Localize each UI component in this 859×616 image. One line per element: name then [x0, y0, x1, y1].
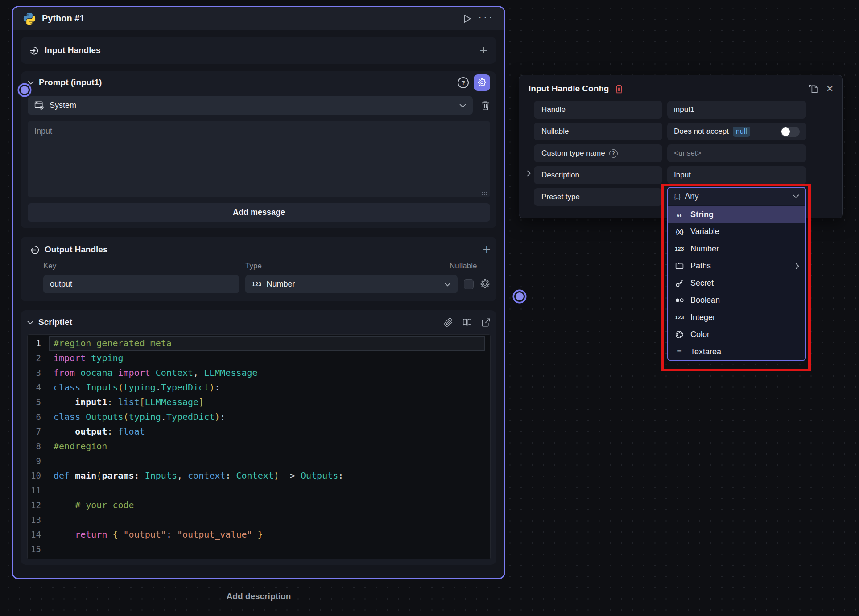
code-line-10[interactable]: 10def main(params: Inputs, context: Cont… [28, 468, 490, 483]
chevron-right-icon [795, 263, 799, 269]
add-message-button[interactable]: Add message [28, 203, 490, 222]
window-gear-icon [34, 101, 45, 110]
chevron-down-icon [28, 78, 34, 86]
dropdown-option-label: Variable [690, 227, 719, 236]
help-icon[interactable]: ? [458, 77, 469, 88]
add-output-handle-button[interactable]: + [483, 245, 491, 254]
code-line-2[interactable]: 2import typing [28, 351, 490, 365]
dropdown-option-label: Color [690, 330, 710, 339]
code-line-1[interactable]: 1#region generated meta [28, 336, 490, 351]
dropdown-option-color[interactable]: Color [668, 326, 805, 344]
number-icon: 123 [674, 246, 685, 251]
dropdown-option-label: Secret [690, 279, 714, 288]
code-line-5[interactable]: 5 input1: list[LLMMessage] [28, 395, 490, 410]
message-role-select[interactable]: System [28, 96, 473, 115]
message-role-value: System [50, 101, 76, 110]
dropdown-option-textarea[interactable]: ≡Textarea [668, 343, 805, 361]
output-key-input[interactable] [43, 275, 239, 293]
line-number: 10 [28, 468, 49, 483]
nullable-label-cell: Nullable [534, 123, 662, 140]
nullable-checkbox[interactable] [464, 279, 474, 289]
code-line-12[interactable]: 12 # your code [28, 498, 490, 513]
input-connection-handle[interactable] [19, 85, 30, 95]
code-line-15[interactable]: 15 [28, 542, 490, 557]
code-line-7[interactable]: 7 output: float [28, 424, 490, 439]
more-options-button[interactable]: ··· [478, 15, 494, 23]
code-line-3[interactable]: 3from oocana import Context, LLMMessage [28, 365, 490, 380]
dropdown-option-label: Integer [690, 313, 715, 322]
line-number: 4 [28, 380, 49, 395]
number-icon: 123 [674, 315, 685, 320]
run-button[interactable] [461, 13, 472, 25]
dropdown-option-variable[interactable]: {x}Variable [668, 223, 805, 241]
attach-file-icon[interactable] [444, 318, 453, 327]
code-line-4[interactable]: 4class Inputs(typing.TypedDict): [28, 380, 490, 395]
nullable-value-field: Does not accept null [667, 123, 806, 140]
description-value-field[interactable]: Input [667, 166, 806, 184]
output-handles-header[interactable]: Output Handles + [29, 239, 491, 260]
input-handles-icon [29, 45, 40, 56]
description-label-cell: Description [534, 166, 662, 184]
custom-type-value-field[interactable]: <unset> [667, 144, 806, 162]
custom-type-label-cell: Custom type name ? [534, 144, 662, 162]
output-handles-section: Output Handles + Key Type Nullable 123 N… [21, 237, 496, 301]
input-handles-section[interactable]: Input Handles + [21, 37, 496, 64]
add-description-button[interactable]: Add description [227, 591, 291, 601]
output-handles-title: Output Handles [45, 245, 107, 255]
chevron-down-icon [459, 103, 466, 108]
dropdown-option-boolean[interactable]: Boolean [668, 292, 805, 309]
line-number: 14 [28, 527, 49, 542]
dropdown-option-number[interactable]: 123Number [668, 240, 805, 258]
chevron-down-icon [27, 318, 33, 326]
palette-icon [674, 330, 685, 339]
code-lines: 1#region generated meta2import typing3fr… [28, 336, 490, 557]
preset-type-dropdown: {..} Any “String{x}Variable123NumberPath… [667, 187, 806, 361]
handle-value-field[interactable]: input1 [667, 101, 806, 119]
number-type-icon: 123 [252, 281, 262, 287]
nullable-toggle[interactable] [781, 127, 800, 137]
prompt-settings-button[interactable] [474, 74, 490, 91]
output-type-select[interactable]: 123 Number [245, 275, 458, 293]
dropdown-option-paths[interactable]: Paths [668, 258, 805, 275]
node-header[interactable]: Python #1 ··· [13, 7, 504, 30]
delete-handle-button[interactable] [615, 84, 624, 94]
close-icon[interactable]: ✕ [826, 83, 834, 94]
dropdown-option-integer[interactable]: 123Integer [668, 309, 805, 326]
nullable-text: Does not accept [674, 127, 729, 136]
code-line-14[interactable]: 14 return { "output": "output_value" } [28, 527, 490, 542]
column-header-key: Key [43, 262, 245, 271]
handle-row: Handle input1 [534, 101, 834, 119]
delete-message-button[interactable] [481, 100, 490, 111]
code-line-6[interactable]: 6class Outputs(typing.TypedDict): [28, 410, 490, 424]
open-external-icon[interactable] [481, 318, 491, 327]
lines-icon: ≡ [674, 347, 685, 357]
line-number: 6 [28, 410, 49, 424]
duplicate-export-icon[interactable] [808, 83, 819, 94]
preset-type-combobox[interactable]: {..} Any [667, 187, 806, 205]
output-connection-handle[interactable] [514, 291, 525, 302]
dropdown-option-label: Boolean [690, 296, 720, 305]
code-editor[interactable]: 1#region generated meta2import typing3fr… [27, 334, 491, 559]
code-line-9[interactable]: 9 [28, 454, 490, 468]
preset-type-options-list: “String{x}Variable123NumberPathsSecretBo… [667, 205, 806, 361]
resize-handle[interactable] [481, 191, 487, 195]
expand-description-chevron[interactable] [527, 170, 531, 178]
custom-type-row: Custom type name ? <unset> [534, 144, 834, 162]
chevron-down-icon [793, 194, 799, 198]
help-icon[interactable]: ? [609, 149, 618, 158]
code-line-13[interactable]: 13 [28, 513, 490, 527]
prompt-title: Prompt (input1) [39, 78, 102, 87]
prompt-textarea[interactable]: Input [28, 121, 490, 197]
dropdown-option-secret[interactable]: Secret [668, 275, 805, 292]
code-line-11[interactable]: 11 [28, 483, 490, 498]
output-settings-gear-icon[interactable] [480, 279, 490, 289]
scriptlet-header[interactable]: Scriptlet [27, 312, 491, 333]
prompt-header[interactable]: Prompt (input1) ? [28, 72, 490, 93]
preset-type-selected: Any [685, 192, 698, 201]
code-line-8[interactable]: 8#endregion [28, 439, 490, 454]
config-panel-title: Input Handle Config [529, 84, 609, 94]
flow-canvas[interactable]: Python #1 ··· Input Handles + [0, 0, 859, 616]
add-input-handle-button[interactable]: + [479, 46, 487, 55]
dropdown-option-string[interactable]: “String [668, 206, 805, 223]
docs-book-icon[interactable] [462, 318, 472, 327]
